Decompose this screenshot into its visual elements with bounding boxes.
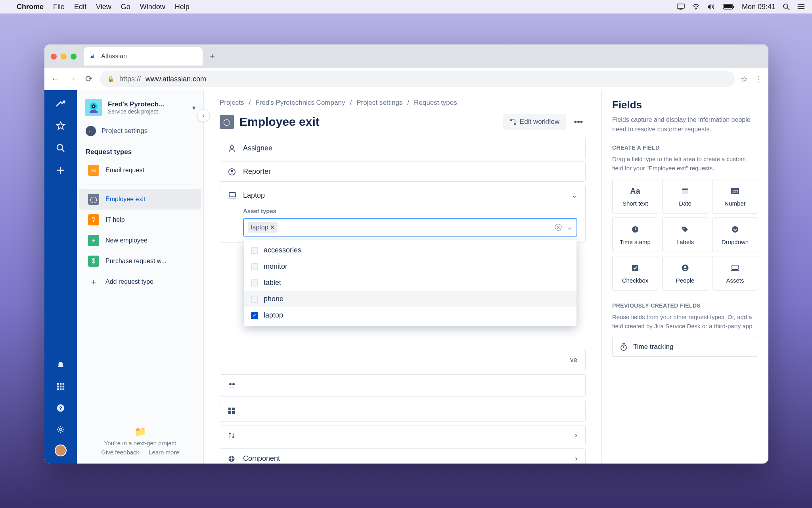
app-switcher-icon[interactable] (54, 380, 67, 393)
menu-edit[interactable]: Edit (74, 3, 86, 11)
url-input[interactable]: 🔒 https://www.atlassian.com (100, 71, 735, 87)
edit-workflow-button[interactable]: Edit workflow (503, 114, 566, 130)
people-icon (680, 263, 690, 273)
field-type-assets[interactable]: Assets (712, 256, 758, 291)
svg-rect-57 (732, 265, 738, 269)
field-reporter[interactable]: Reporter (220, 162, 586, 182)
learn-more-link[interactable]: Learn more (149, 449, 179, 456)
breadcrumb-item[interactable]: Project settings (356, 99, 402, 107)
close-window-button[interactable] (51, 54, 57, 60)
bookmark-star-icon[interactable]: ☆ (741, 74, 748, 84)
prev-field-time-tracking[interactable]: Time tracking (612, 337, 758, 357)
sidebar-item-employee-exit[interactable]: ◯ Employee exit (79, 189, 201, 210)
help-badge-icon: ? (88, 214, 99, 225)
menu-file[interactable]: File (53, 3, 65, 11)
svg-point-33 (230, 146, 234, 149)
add-request-type-button[interactable]: ＋ Add request type (79, 271, 201, 292)
dropdown-option-tablet[interactable]: tablet (244, 275, 576, 291)
wifi-icon[interactable] (692, 4, 700, 10)
main-content: Projects/ Fred's Pyrotechnics Company/ P… (204, 90, 602, 464)
option-label: laptop (264, 311, 283, 319)
more-actions-button[interactable]: ••• (571, 117, 586, 127)
dropdown-toggle-icon[interactable]: ⌄ (567, 223, 573, 232)
fullscreen-window-button[interactable] (71, 54, 77, 60)
add-request-type-label: Add request type (105, 278, 153, 285)
field-type-checkbox[interactable]: Checkbox (612, 256, 658, 291)
menu-window[interactable]: Window (140, 3, 165, 11)
forward-button[interactable]: → (67, 74, 78, 84)
airplay-icon[interactable] (677, 4, 685, 10)
sidebar-item-purchase-request[interactable]: $ Purchase request w... (79, 251, 201, 271)
svg-rect-41 (232, 408, 235, 410)
jira-logo-icon[interactable] (54, 97, 67, 110)
back-button[interactable]: ← (50, 74, 61, 84)
field-type-date[interactable]: Date (662, 179, 708, 214)
field-sort[interactable]: › (220, 425, 586, 445)
field-type-labels[interactable]: Labels (662, 217, 708, 252)
dropdown-option-monitor[interactable]: monitor (244, 258, 576, 275)
chevron-down-icon[interactable]: ⌄ (571, 191, 577, 200)
field-assignee[interactable]: Assignee (220, 139, 586, 158)
volume-icon[interactable] (707, 4, 716, 10)
user-avatar[interactable] (55, 444, 67, 456)
sidebar-item-new-employee[interactable]: ＋ New employee (79, 230, 201, 251)
asset-types-input[interactable] (281, 224, 552, 231)
asset-types-select[interactable]: laptop × ⓧ ⌄ accessories monitor (243, 218, 577, 237)
menubar-clock[interactable]: Mon 09:41 (742, 3, 776, 11)
breadcrumb-item[interactable]: Projects (220, 99, 244, 107)
svg-rect-18 (63, 383, 65, 385)
sidebar-item-it-help[interactable]: ? IT help (79, 210, 201, 230)
dropdown-icon (730, 224, 740, 235)
breadcrumb-item[interactable]: Fred's Pyrotechnics Company (255, 99, 345, 107)
breadcrumb-item[interactable]: Request types (414, 99, 457, 107)
field-type-timestamp[interactable]: Time stamp (612, 217, 658, 252)
sidebar-item-email-request[interactable]: ✉ Email request (79, 160, 201, 181)
dropdown-option-phone[interactable]: phone (244, 291, 576, 307)
search-icon[interactable] (54, 142, 67, 154)
svg-point-10 (798, 8, 799, 10)
browser-menu-icon[interactable]: ⋮ (755, 74, 763, 84)
field-type-dropdown[interactable]: Dropdown (712, 217, 758, 252)
create-field-heading: Create a field (612, 144, 758, 151)
field-type-people[interactable]: People (662, 256, 708, 291)
svg-rect-42 (228, 411, 231, 414)
svg-rect-22 (57, 389, 59, 391)
sidebar-item-label: New employee (105, 237, 147, 244)
give-feedback-link[interactable]: Give feedback (101, 449, 139, 456)
field-type-number[interactable]: 123Number (712, 179, 758, 214)
star-icon[interactable] (54, 119, 67, 132)
create-icon[interactable] (54, 164, 67, 177)
help-icon[interactable]: ? (54, 402, 67, 414)
clear-all-icon[interactable]: ⓧ (555, 223, 562, 232)
field-type-short-text[interactable]: AaShort text (612, 179, 658, 214)
svg-rect-23 (60, 389, 62, 391)
create-field-hint: Drag a field type to the left area to cr… (612, 155, 758, 173)
minimize-window-button[interactable] (61, 54, 67, 60)
dropdown-option-laptop[interactable]: ✓laptop (244, 307, 576, 323)
laptop-icon (228, 192, 237, 199)
battery-icon[interactable] (723, 4, 735, 10)
dropdown-option-accessories[interactable]: accessories (244, 242, 576, 258)
tag-icon (680, 224, 690, 235)
chip-remove-icon[interactable]: × (271, 224, 274, 231)
email-icon: ✉ (88, 165, 99, 176)
new-tab-button[interactable]: + (210, 51, 215, 62)
back-to-settings[interactable]: ← Project settings (77, 122, 203, 144)
field-component[interactable]: Component › (220, 448, 586, 464)
reload-button[interactable]: ⟳ (83, 74, 94, 84)
browser-tab[interactable]: Atlassian (84, 47, 203, 65)
panel-title: Fields (612, 99, 758, 111)
menu-help[interactable]: Help (175, 3, 190, 11)
menubar-app[interactable]: Chrome (17, 3, 44, 11)
project-dropdown-icon[interactable]: ▾ (192, 104, 195, 112)
svg-rect-16 (57, 383, 59, 385)
obscured-row-3 (220, 400, 586, 422)
spotlight-icon[interactable] (783, 3, 790, 10)
settings-icon[interactable] (54, 423, 67, 436)
checkbox-icon (251, 247, 258, 254)
menu-go[interactable]: Go (121, 3, 130, 11)
notifications-icon[interactable] (54, 359, 67, 371)
browser-window: Atlassian + ← → ⟳ 🔒 https://www.atlassia… (44, 44, 768, 464)
control-center-icon[interactable] (797, 4, 805, 10)
menu-view[interactable]: View (96, 3, 111, 11)
